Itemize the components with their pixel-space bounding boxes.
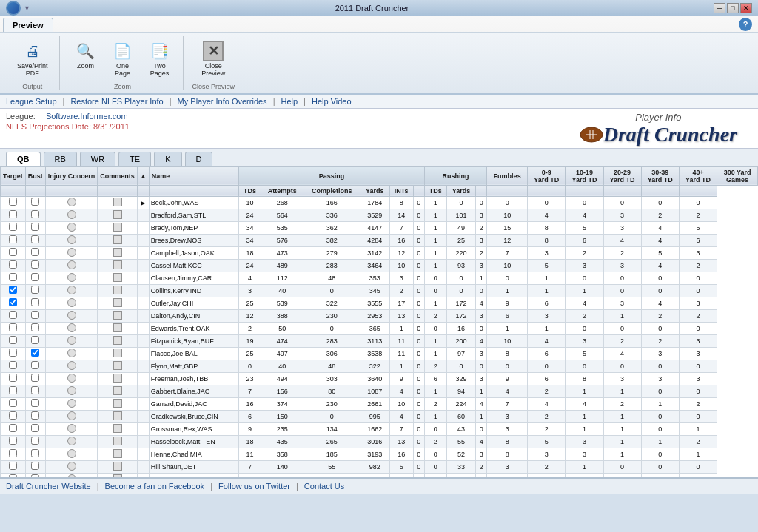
maximize-button[interactable]: □ [727, 3, 739, 13]
cell-arrow [137, 284, 149, 297]
cell-target[interactable] [1, 234, 26, 246]
cell-rtd: 0 [424, 272, 446, 284]
close-button[interactable]: ✕ [740, 3, 752, 13]
footer-facebook-link[interactable]: Become a fan on Facebook [105, 482, 205, 491]
cell-bust[interactable] [25, 196, 45, 209]
cell-bust[interactable] [25, 422, 45, 435]
cell-target[interactable] [1, 448, 26, 460]
cell-target[interactable] [1, 246, 26, 259]
cell-bust[interactable] [25, 372, 45, 385]
cell-pa: 40 [261, 284, 303, 297]
cell-bust[interactable] [25, 272, 45, 284]
cell-bust[interactable] [25, 435, 45, 448]
cell-target[interactable] [1, 422, 26, 435]
league-setup-link[interactable]: League Setup [6, 97, 57, 106]
header-area: League: Software.Informer.com NLFS Proje… [0, 109, 758, 149]
cell-target[interactable] [1, 347, 26, 360]
cell-target[interactable] [1, 360, 26, 372]
pos-tab-rb[interactable]: RB [44, 152, 77, 166]
cell-target[interactable] [1, 259, 26, 272]
one-page-button[interactable]: 📄 OnePage [106, 36, 140, 81]
cell-bust[interactable] [25, 473, 45, 477]
table-row: Cutler,Jay,CHI25539322355517011724964343 [1, 297, 758, 309]
main-content: Target Bust Injury Concern Comments ▲ Na… [0, 166, 758, 477]
cell-bust[interactable] [25, 347, 45, 360]
cell-py: 3464 [360, 259, 389, 272]
pos-tab-qb[interactable]: QB [6, 152, 41, 166]
two-pages-button[interactable]: 📑 TwoPages [143, 36, 177, 81]
cell-target[interactable] [1, 309, 26, 322]
cell-target[interactable] [1, 221, 26, 234]
cell-bust[interactable] [25, 297, 45, 309]
cell-bust[interactable] [25, 234, 45, 246]
cell-bust[interactable] [25, 221, 45, 234]
cell-target[interactable] [1, 297, 26, 309]
save-print-button[interactable]: 🖨 Save/PrintPDF [12, 36, 53, 81]
cell-g300: 0 [679, 460, 717, 473]
th-sort-arrow[interactable]: ▲ [137, 166, 149, 185]
close-preview-button[interactable]: ✕ ClosePreview [196, 36, 230, 81]
cell-bust[interactable] [25, 209, 45, 221]
pos-tab-te[interactable]: TE [118, 152, 151, 166]
cell-bust[interactable] [25, 259, 45, 272]
cell-target[interactable] [1, 322, 26, 334]
cell-ry: 60 [446, 410, 475, 422]
zoom-button[interactable]: 🔍 Zoom [69, 36, 103, 81]
cell-td2029: 1 [566, 284, 603, 297]
cell-py: 995 [360, 410, 389, 422]
cell-bust[interactable] [25, 397, 45, 410]
cell-pa: 474 [261, 334, 303, 347]
cell-pi: 13 [389, 435, 413, 448]
cell-f: 1 [476, 385, 487, 397]
footer-draft-cruncher-link[interactable]: Draft Cruncher Website [6, 482, 91, 491]
help-video-link[interactable]: Help Video [312, 97, 352, 106]
cell-bust[interactable] [25, 309, 45, 322]
cell-target[interactable] [1, 460, 26, 473]
footer-twitter-link[interactable]: Follow us on Twitter [218, 482, 290, 491]
cell-name: Hill,Shaun,DET [149, 460, 238, 473]
help-icon[interactable]: ? [739, 18, 752, 31]
cell-td1019: 4 [528, 397, 566, 410]
cell-bust[interactable] [25, 410, 45, 422]
cell-td40: 0 [641, 284, 679, 297]
footer-contact-link[interactable]: Contact Us [304, 482, 344, 491]
cell-bust[interactable] [25, 322, 45, 334]
cell-bust[interactable] [25, 360, 45, 372]
cell-td09: 12 [487, 234, 528, 246]
cell-target[interactable] [1, 372, 26, 385]
cell-target[interactable] [1, 410, 26, 422]
cell-target[interactable] [1, 473, 26, 477]
pos-tab-wr[interactable]: WR [80, 152, 115, 166]
cell-target[interactable] [1, 284, 26, 297]
minimize-button[interactable]: ─ [714, 3, 725, 13]
cell-name: Flynn,Matt,GBP [149, 360, 238, 372]
cell-injury [45, 360, 98, 372]
pos-tab-k[interactable]: K [154, 152, 181, 166]
help-link[interactable]: Help [281, 97, 298, 106]
cell-injury [45, 284, 98, 297]
cell-target[interactable] [1, 272, 26, 284]
th-name[interactable]: Name [149, 166, 238, 185]
cell-target[interactable] [1, 209, 26, 221]
cell-bust[interactable] [25, 284, 45, 297]
cell-bust[interactable] [25, 460, 45, 473]
cell-target[interactable] [1, 385, 26, 397]
cell-td1019: 5 [528, 435, 566, 448]
cell-bust[interactable] [25, 385, 45, 397]
pos-tab-d[interactable]: D [185, 152, 213, 166]
tab-preview[interactable]: Preview [3, 18, 53, 32]
cell-pa: 489 [261, 259, 303, 272]
table-row: Dalton,Andy,CIN1238823029531302172363212… [1, 309, 758, 322]
cell-target[interactable] [1, 435, 26, 448]
cell-target[interactable] [1, 334, 26, 347]
cell-target[interactable] [1, 196, 26, 209]
cell-ra: 0 [413, 460, 424, 473]
my-player-overrides-link[interactable]: My Player Info Overrides [178, 97, 267, 106]
cell-target[interactable] [1, 397, 26, 410]
cell-pa: 40 [261, 360, 303, 372]
cell-bust[interactable] [25, 334, 45, 347]
table-container[interactable]: Target Bust Injury Concern Comments ▲ Na… [0, 166, 758, 477]
cell-bust[interactable] [25, 448, 45, 460]
restore-nlfs-link[interactable]: Restore NLFS Player Info [70, 97, 163, 106]
cell-bust[interactable] [25, 246, 45, 259]
